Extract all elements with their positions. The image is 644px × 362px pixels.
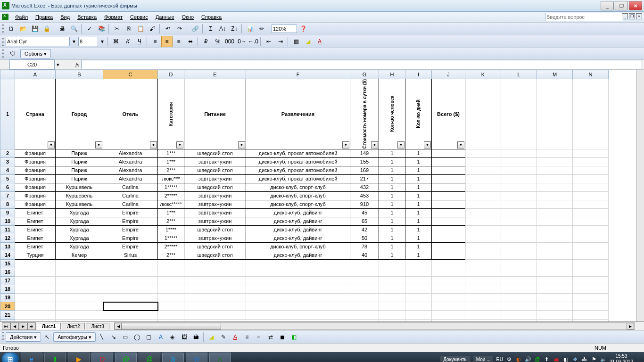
cell[interactable] xyxy=(15,311,56,320)
cell[interactable] xyxy=(56,259,103,268)
cell[interactable]: диско-клуб, дайвинг xyxy=(246,234,350,242)
cell[interactable] xyxy=(573,302,609,311)
cell[interactable] xyxy=(432,285,465,293)
menu-tools[interactable]: Сервис xyxy=(126,13,152,21)
cell[interactable]: люкс*** xyxy=(158,174,184,183)
cell[interactable]: 40 xyxy=(350,251,379,259)
tray-icon[interactable]: ◧ xyxy=(562,356,569,362)
cell[interactable]: Хургада xyxy=(56,225,103,234)
cell[interactable] xyxy=(573,242,609,251)
cell[interactable] xyxy=(350,293,379,302)
picture-button[interactable]: 🏔 xyxy=(190,331,202,343)
cell[interactable] xyxy=(465,200,501,208)
cell[interactable] xyxy=(537,234,573,242)
cell[interactable] xyxy=(184,276,246,285)
column-header[interactable]: H xyxy=(379,70,405,79)
merge-center-button[interactable]: ⬌ xyxy=(185,36,196,47)
name-box[interactable] xyxy=(9,59,55,70)
cell[interactable] xyxy=(246,302,350,311)
print-button[interactable]: 🖶 xyxy=(57,23,68,34)
table-header-cell[interactable]: Город▼ xyxy=(56,79,103,149)
cell[interactable] xyxy=(537,302,573,311)
vertical-scrollbar[interactable] xyxy=(636,70,644,321)
cell[interactable] xyxy=(501,166,537,174)
cell[interactable] xyxy=(465,311,501,320)
cell[interactable]: Египет xyxy=(15,225,56,234)
cell[interactable] xyxy=(379,259,405,268)
row-header[interactable]: 6 xyxy=(0,183,15,191)
cell[interactable] xyxy=(432,302,465,311)
cell[interactable] xyxy=(573,191,609,200)
cell[interactable] xyxy=(537,79,573,149)
cell[interactable] xyxy=(350,276,379,285)
clipart-button[interactable]: 🖼 xyxy=(179,331,190,343)
cell[interactable]: завтрак+ужин xyxy=(184,234,246,242)
cell[interactable]: Франция xyxy=(15,200,56,208)
cell[interactable] xyxy=(405,259,432,268)
cell[interactable] xyxy=(465,149,501,157)
cell[interactable]: 1 xyxy=(405,191,432,200)
filter-dropdown-icon[interactable]: ▼ xyxy=(150,141,157,148)
cell[interactable]: Хургада xyxy=(56,208,103,217)
cell[interactable] xyxy=(573,225,609,234)
cell[interactable]: шведский стол xyxy=(184,183,246,191)
italic-button[interactable]: К xyxy=(122,36,133,47)
cell[interactable] xyxy=(350,259,379,268)
cell[interactable] xyxy=(56,268,103,276)
menu-insert[interactable]: Вставка xyxy=(74,13,100,21)
cell[interactable] xyxy=(573,234,609,242)
tab-nav-next[interactable]: ▶ xyxy=(19,322,27,330)
cell[interactable] xyxy=(465,157,501,166)
row-header[interactable]: 7 xyxy=(0,191,15,200)
cell[interactable] xyxy=(501,319,537,321)
cell[interactable] xyxy=(103,311,158,320)
research-button[interactable]: 📚 xyxy=(96,23,107,34)
filter-dropdown-icon[interactable]: ▼ xyxy=(95,141,102,148)
cell[interactable] xyxy=(465,217,501,225)
column-header[interactable]: B xyxy=(56,70,103,79)
cell[interactable] xyxy=(350,302,379,311)
cell[interactable] xyxy=(15,302,56,311)
column-header[interactable]: C xyxy=(103,70,158,79)
toolbar-grip[interactable] xyxy=(2,49,4,58)
cell[interactable] xyxy=(56,276,103,285)
cell[interactable]: Париж xyxy=(56,157,103,166)
cell[interactable] xyxy=(501,259,537,268)
cell[interactable] xyxy=(501,302,537,311)
cell[interactable] xyxy=(537,217,573,225)
cell[interactable] xyxy=(501,200,537,208)
align-center-button[interactable]: ≡ xyxy=(161,36,173,47)
cell[interactable]: Куршевель xyxy=(56,183,103,191)
cell[interactable] xyxy=(432,259,465,268)
cell[interactable] xyxy=(432,217,465,225)
print-preview-button[interactable]: 🔍 xyxy=(68,23,80,34)
cell[interactable]: Франция xyxy=(15,174,56,183)
increase-indent-button[interactable]: ⇥ xyxy=(275,36,286,47)
cell[interactable]: завтрак+ужин xyxy=(184,191,246,200)
menu-window[interactable]: Окно xyxy=(178,13,198,21)
help-button[interactable]: ❓ xyxy=(297,23,309,34)
cell[interactable] xyxy=(465,302,501,311)
taskbar-opera-icon[interactable]: O xyxy=(91,353,113,362)
row-header[interactable]: 9 xyxy=(0,208,15,217)
draw-actions-button[interactable]: Действия ▾ xyxy=(6,332,41,342)
cell[interactable] xyxy=(15,319,56,321)
cell[interactable] xyxy=(103,285,158,293)
toolbar-grip[interactable] xyxy=(2,332,4,342)
cell[interactable]: 1 xyxy=(405,208,432,217)
scroll-right-icon[interactable]: ▶ xyxy=(627,323,634,329)
cell[interactable] xyxy=(465,79,501,149)
cell[interactable] xyxy=(432,149,465,157)
cell[interactable] xyxy=(246,259,350,268)
cell[interactable]: 50 xyxy=(350,234,379,242)
cell[interactable] xyxy=(246,311,350,320)
filter-dropdown-icon[interactable]: ▼ xyxy=(176,141,183,148)
cell[interactable]: Alexandra xyxy=(103,174,158,183)
line-button[interactable]: ╲ xyxy=(96,331,107,343)
tray-volume-icon[interactable]: 🔊 xyxy=(525,356,531,362)
table-header-cell[interactable]: Категория▼ xyxy=(158,79,184,149)
cell[interactable]: 1 xyxy=(405,200,432,208)
cell[interactable]: 1 xyxy=(379,251,405,259)
cell[interactable] xyxy=(537,225,573,234)
fill-color-button[interactable]: ◢ xyxy=(302,36,314,47)
